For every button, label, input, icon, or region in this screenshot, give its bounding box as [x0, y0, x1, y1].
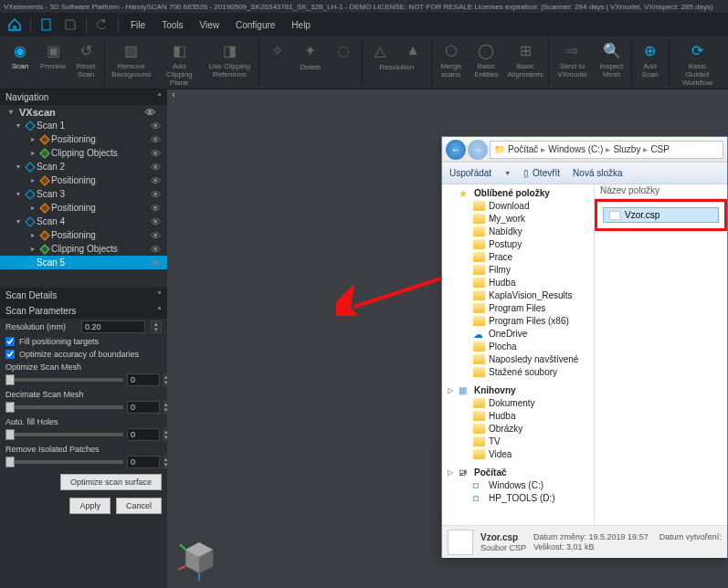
chevron-up-icon: ˄	[157, 306, 162, 316]
tree-item[interactable]: Nabídky	[442, 225, 594, 237]
merge-button[interactable]: ⬡Merge scans	[434, 38, 469, 80]
eye-icon[interactable]: 👁	[145, 107, 158, 118]
tree-item[interactable]: Prace	[442, 250, 594, 263]
add-scan-button[interactable]: ⊕Add Scan	[634, 38, 667, 80]
menu-tools[interactable]: Tools	[154, 16, 190, 34]
menu-configure[interactable]: Configure	[228, 16, 282, 34]
tree-item[interactable]: Naposledy navštívené	[442, 352, 594, 365]
tree-scan-item[interactable]: ▾Scan 2👁	[0, 160, 167, 173]
eye-icon[interactable]: 👁	[151, 257, 164, 268]
reset-scan-button[interactable]: ↺Reset Scan	[69, 38, 102, 80]
decimate-input[interactable]	[127, 401, 160, 414]
menu-help[interactable]: Help	[284, 16, 318, 34]
eye-icon[interactable]: 👁	[151, 203, 164, 214]
tree-item[interactable]: KaplaVision_Results	[442, 289, 594, 301]
decimate-slider[interactable]	[5, 405, 123, 409]
inspect-button[interactable]: 🔍Inspect Mesh	[594, 38, 629, 80]
tree-child-item[interactable]: ▸Clipping Objects👁	[0, 146, 167, 160]
scan-details-header[interactable]: Scan Details˅	[0, 288, 167, 303]
save-icon[interactable]	[59, 15, 81, 35]
tree-favorites[interactable]: Oblíbené položky	[442, 186, 594, 199]
tree-item[interactable]: Hudba	[442, 409, 594, 422]
scan-params-header[interactable]: Scan Parameters˄	[0, 303, 167, 319]
tree-item[interactable]: Hudba	[442, 276, 594, 289]
use-clip-button[interactable]: ◨Use Clipping Reference	[202, 38, 257, 80]
tree-item[interactable]: My_work	[442, 212, 594, 225]
eye-icon[interactable]: 👁	[151, 216, 164, 227]
decimate-label: Decimate Scan Mesh	[5, 390, 162, 399]
tree-child-item[interactable]: ▸Positioning👁	[0, 228, 167, 242]
open-button[interactable]: ▯Otevřít	[523, 168, 560, 178]
send-vx-button[interactable]: ⇨Send to VXmodel	[551, 38, 594, 80]
breadcrumb[interactable]: 📁 Počítač▸ Windows (C:)▸ Sluzby▸ CSP	[490, 141, 723, 159]
remove-iso-input[interactable]	[127, 456, 160, 468]
eye-icon[interactable]: 👁	[151, 175, 164, 186]
tree-child-item[interactable]: ▸Positioning👁	[0, 173, 167, 187]
opt-mesh-input[interactable]	[127, 373, 160, 386]
new-icon[interactable]	[36, 15, 58, 35]
cancel-button[interactable]: Cancel	[116, 498, 162, 514]
nav-header[interactable]: Navigation˄	[0, 89, 167, 105]
tree-item[interactable]: Windows (C:)	[442, 478, 594, 491]
menu-view[interactable]: View	[192, 16, 227, 34]
tree-scan-item[interactable]: ▾Scan 3👁	[0, 187, 167, 201]
undo-icon[interactable]	[91, 15, 113, 35]
eye-icon[interactable]: 👁	[151, 148, 164, 159]
resolution-spinner[interactable]: ▴▾	[151, 320, 162, 333]
remove-iso-slider[interactable]	[5, 460, 123, 464]
basic-ent-button[interactable]: ◯Basic Entities	[469, 38, 504, 80]
tree-item[interactable]: Dokumenty	[442, 396, 594, 409]
resolution-input[interactable]	[81, 320, 145, 333]
optimize-surface-button[interactable]: Optimize scan surface	[60, 474, 162, 490]
add-clip-button[interactable]: ◧Add Clipping Plane	[156, 38, 203, 89]
remove-bg-button[interactable]: ▨Remove Background	[107, 38, 156, 80]
eye-icon[interactable]: 👁	[151, 121, 164, 131]
opt-mesh-slider[interactable]	[5, 378, 123, 382]
new-folder-button[interactable]: Nová složka	[573, 168, 622, 178]
tree-item[interactable]: Postupy	[442, 237, 594, 250]
apply-button[interactable]: Apply	[69, 498, 111, 514]
back-button[interactable]: ←	[446, 140, 466, 160]
tree-item[interactable]: HP_TOOLS (D:)	[442, 491, 594, 504]
tree-item[interactable]: Plocha	[442, 340, 594, 352]
collapse-icon[interactable]: ‹	[167, 89, 180, 102]
tree-child-item[interactable]: ▸Positioning👁	[0, 132, 167, 146]
tree-item[interactable]: Videa	[442, 447, 594, 460]
tree-item[interactable]: Download	[442, 199, 594, 212]
fill-holes-slider[interactable]	[5, 433, 123, 436]
tree-item[interactable]: TV	[442, 435, 594, 447]
eye-icon[interactable]: 👁	[151, 244, 164, 255]
orientation-cube[interactable]	[176, 535, 222, 581]
basic-align-button[interactable]: ⊞Basic Alignments	[504, 38, 546, 80]
preview-button[interactable]: ▣Preview	[37, 38, 69, 72]
tree-scan-item[interactable]: ▾Scan 4👁	[0, 215, 167, 228]
tree-item[interactable]: Program Files (x86)	[442, 314, 594, 327]
tree-root[interactable]: ▾VXscan👁	[0, 105, 167, 119]
tree-item[interactable]: Filmy	[442, 263, 594, 276]
eye-icon[interactable]: 👁	[151, 230, 164, 241]
opt-boundaries-checkbox[interactable]	[5, 350, 15, 359]
guided-button[interactable]: ⟳Basic Guided Workflow	[670, 38, 724, 89]
tree-item[interactable]: OneDrive	[442, 327, 594, 340]
tree-libraries[interactable]: ▷Knihovny	[442, 383, 594, 396]
tree-item[interactable]: Program Files	[442, 301, 594, 314]
forward-button[interactable]: →	[468, 140, 488, 160]
organize-button[interactable]: Uspořádat	[449, 168, 491, 178]
file-item[interactable]: Vzor.csp	[603, 207, 719, 223]
fill-targets-checkbox[interactable]	[5, 337, 15, 346]
scan-button[interactable]: ◉Scan	[4, 38, 37, 72]
tree-scan-item[interactable]: ▾Scan 1👁	[0, 119, 167, 132]
home-icon[interactable]	[4, 15, 26, 35]
eye-icon[interactable]: 👁	[151, 189, 164, 200]
tree-scan-item[interactable]: Scan 5👁	[0, 256, 167, 269]
tree-computer[interactable]: ▷Počítač	[442, 466, 594, 478]
eye-icon[interactable]: 👁	[151, 134, 164, 145]
tree-item[interactable]: Stažené soubory	[442, 365, 594, 378]
eye-icon[interactable]: 👁	[151, 162, 164, 173]
tree-child-item[interactable]: ▸Positioning👁	[0, 201, 167, 215]
fill-holes-input[interactable]	[127, 428, 160, 441]
tree-child-item[interactable]: ▸Clipping Objects👁	[0, 242, 167, 256]
tree-item[interactable]: Obrázky	[442, 422, 594, 435]
menu-file[interactable]: File	[123, 16, 153, 34]
column-header-name[interactable]: Název položky	[595, 184, 727, 199]
